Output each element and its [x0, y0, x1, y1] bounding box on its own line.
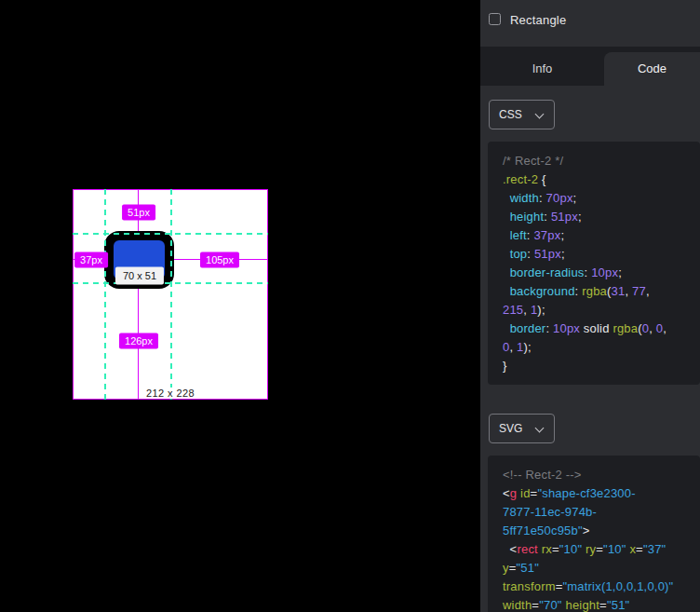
- selection-title: Rectangle: [510, 0, 566, 47]
- measure-label-left: 37px: [74, 252, 108, 268]
- right-sidebar: Rectangle Info Code CSS /* Rect-2 */.rec…: [480, 0, 700, 612]
- chevron-down-icon: [535, 424, 545, 433]
- selection-header: Rectangle: [480, 0, 700, 47]
- shape-size-badge: 70 x 51: [115, 267, 164, 285]
- css-format-dropdown[interactable]: CSS: [489, 100, 555, 129]
- inspect-tabbar: Info Code: [480, 47, 700, 86]
- snap-guide-bottom: [73, 282, 268, 284]
- css-code-block: /* Rect-2 */.rect-2 { width: 70px; heigh…: [488, 142, 700, 385]
- snap-guide-right: [170, 189, 172, 400]
- svg-format-dropdown[interactable]: SVG: [489, 414, 555, 443]
- svg-code-block: <!-- Rect-2 --><g id="shape-cf3e2300-787…: [488, 456, 700, 612]
- measure-label-right: 105px: [200, 252, 239, 268]
- tab-code[interactable]: Code: [604, 52, 700, 86]
- shape-checkbox[interactable]: [489, 13, 501, 25]
- artboard-size-label: 212 x 228: [143, 388, 197, 399]
- design-canvas[interactable]: 51px 37px 105px 126px 70 x 51 212 x 228: [0, 0, 480, 612]
- svg-format-value: SVG: [499, 422, 522, 435]
- measure-line-vertical: [138, 189, 139, 400]
- measure-label-bottom: 126px: [119, 333, 158, 349]
- css-format-value: CSS: [499, 108, 522, 121]
- chevron-down-icon: [535, 110, 545, 119]
- snap-guide-left: [104, 189, 106, 400]
- measure-label-top: 51px: [122, 205, 155, 221]
- snap-guide-top: [73, 233, 268, 235]
- tab-info[interactable]: Info: [480, 52, 604, 86]
